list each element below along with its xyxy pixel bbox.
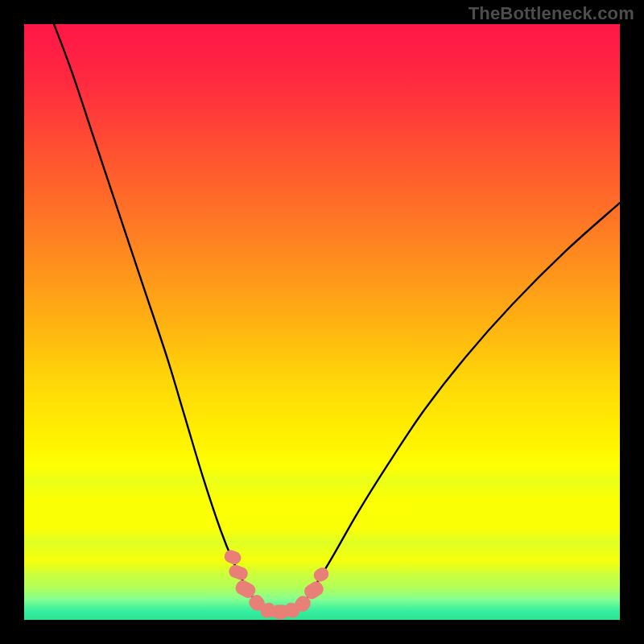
curve-marker: [227, 563, 250, 581]
curve-marker: [222, 548, 242, 566]
chart-stage: TheBottleneck.com: [0, 0, 644, 644]
watermark-text: TheBottleneck.com: [469, 3, 634, 24]
plot-area: [24, 24, 620, 620]
curve-markers: [24, 24, 620, 620]
